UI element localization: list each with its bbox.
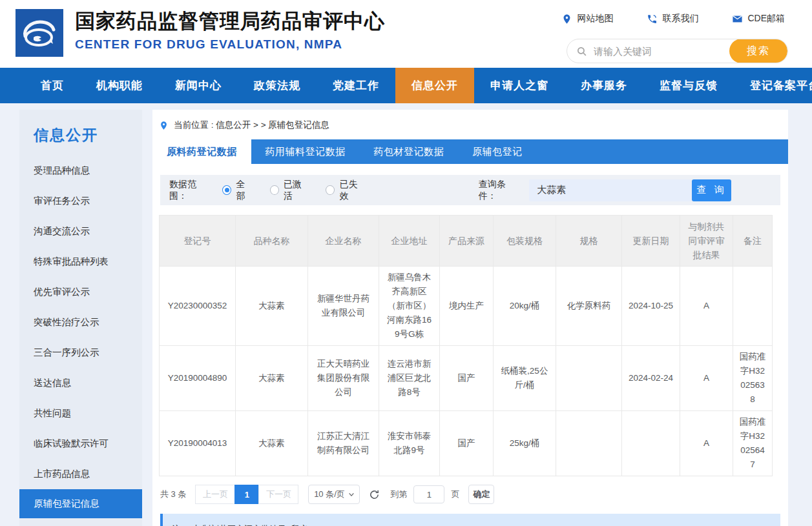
goto-page-label: 到第 <box>390 489 407 500</box>
sidebar-item-marketed-drugs[interactable]: 上市药品信息 <box>19 459 142 489</box>
breadcrumb-text: 当前位置 : 信息公开 > > 原辅包登记信息 <box>174 119 329 131</box>
nav-item-registration-platform[interactable]: 登记备案平台 <box>734 68 812 103</box>
confirm-button[interactable]: 确定 <box>468 485 494 504</box>
cell-product-origin: 国产 <box>440 411 494 476</box>
nav-item-party-building[interactable]: 党建工作 <box>317 68 395 103</box>
nav-item-info-disclosure[interactable]: 信息公开 <box>395 68 474 103</box>
cell-remark: 国药准字H32025647 <box>733 411 773 476</box>
col-registration-no: 登记号 <box>160 216 236 267</box>
table-header-row: 登记号 品种名称 企业名称 企业地址 产品来源 包装规格 规格 更新日期 与制剂… <box>160 216 773 267</box>
note-intro: 注： “与制剂共同审评审批结果” 释义： <box>172 522 769 526</box>
radio-expired-label: 已失效 <box>339 179 364 202</box>
cell-spec: 化学原料药 <box>556 267 622 346</box>
query-condition-label: 查询条件： <box>479 179 521 202</box>
radio-activated-dot <box>270 185 279 195</box>
cell-spec <box>556 346 622 411</box>
tab-excipient-registration-data[interactable]: 药用辅料登记数据 <box>251 139 360 164</box>
cell-package-spec: 纸桶装,25公斤/桶 <box>494 346 556 411</box>
sitemap-label: 网站地图 <box>577 13 613 25</box>
table-row[interactable]: Y20230000352 大蒜素 新疆华世丹药业有限公司 新疆乌鲁木齐高新区（新… <box>160 267 773 346</box>
cde-mail-label: CDE邮箱 <box>747 13 785 25</box>
tab-api-registration-data[interactable]: 原料药登记数据 <box>152 139 251 164</box>
contact-link[interactable]: 联系我们 <box>647 13 698 25</box>
page-1-button[interactable]: 1 <box>234 485 259 504</box>
search-icon <box>576 46 587 57</box>
pagination: 共 3 条 上一页 1 下一页 10 条/页 到第 页 确定 <box>160 485 772 504</box>
location-pin-icon <box>159 121 169 130</box>
query-button[interactable]: 查 询 <box>692 179 731 201</box>
cell-company-name: 正大天晴药业集团股份有限公司 <box>308 346 379 411</box>
col-variety-name: 品种名称 <box>236 216 308 267</box>
sitemap-link[interactable]: 网站地图 <box>561 13 613 25</box>
sidebar-item-clinical-trial-license[interactable]: 临床试验默示许可 <box>19 429 142 459</box>
radio-all[interactable]: 全部 <box>222 179 253 202</box>
page-unit-label: 页 <box>451 489 459 500</box>
cde-logo <box>16 9 63 57</box>
cell-package-spec: 25kg/桶 <box>494 411 556 476</box>
cell-joint-review-result: A <box>680 267 733 346</box>
query-condition-input[interactable] <box>529 179 692 201</box>
mail-icon <box>732 14 743 25</box>
search-button[interactable]: 搜索 <box>729 39 787 63</box>
main-content: 当前位置 : 信息公开 > > 原辅包登记信息 原料药登记数据 药用辅料登记数据… <box>152 110 788 526</box>
cell-joint-review-result: A <box>680 346 733 411</box>
cell-update-date: 2024-10-25 <box>622 267 680 346</box>
tab-raw-excipient-registration[interactable]: 原辅包登记 <box>458 139 537 164</box>
cell-remark <box>733 267 773 346</box>
sidebar-item-breakthrough-therapy[interactable]: 突破性治疗公示 <box>19 307 142 338</box>
header-quick-links: 网站地图 联系我们 CDE邮箱 <box>561 13 785 25</box>
radio-expired[interactable]: 已失效 <box>326 179 365 202</box>
phone-icon <box>647 14 658 25</box>
refresh-button[interactable] <box>369 489 380 500</box>
cell-company-address: 连云港市新浦区巨龙北路8号 <box>379 346 440 411</box>
keyword-search-input[interactable] <box>587 46 729 57</box>
col-product-origin: 产品来源 <box>440 216 494 267</box>
cell-product-origin: 国产 <box>440 346 494 411</box>
main-nav: 首页 机构职能 新闻中心 政策法规 党建工作 信息公开 申请人之窗 办事服务 监… <box>0 68 812 103</box>
sidebar-item-special-approval-list[interactable]: 特殊审批品种列表 <box>19 247 142 277</box>
breadcrumb: 当前位置 : 信息公开 > > 原辅包登记信息 <box>152 110 788 139</box>
cell-variety-name: 大蒜素 <box>236 267 308 346</box>
sidebar-item-communication[interactable]: 沟通交流公示 <box>19 216 142 247</box>
nav-item-supervision-feedback[interactable]: 监督与反馈 <box>643 68 734 103</box>
col-company-name: 企业名称 <box>308 216 379 267</box>
sidebar-item-delivery-info[interactable]: 送达信息 <box>19 368 142 398</box>
map-pin-icon <box>561 14 572 25</box>
nav-item-policies[interactable]: 政策法规 <box>238 68 317 103</box>
radio-all-label: 全部 <box>236 179 253 202</box>
page-size-select[interactable]: 10 条/页 <box>308 485 360 504</box>
sidebar-item-review-tasks[interactable]: 审评任务公示 <box>19 186 142 216</box>
nav-item-news-center[interactable]: 新闻中心 <box>159 68 238 103</box>
nav-item-home[interactable]: 首页 <box>25 68 80 103</box>
sidebar-item-priority-review[interactable]: 优先审评公示 <box>19 277 142 307</box>
sidebar: 信息公开 受理品种信息 审评任务公示 沟通交流公示 特殊审批品种列表 优先审评公… <box>19 110 142 526</box>
table-row[interactable]: Y20190004013 大蒜素 江苏正大清江制药有限公司 淮安市韩泰北路9号 … <box>160 411 773 476</box>
nav-item-applicant-window[interactable]: 申请人之窗 <box>474 68 565 103</box>
cde-mail-link[interactable]: CDE邮箱 <box>732 13 785 25</box>
nav-item-services[interactable]: 办事服务 <box>565 68 643 103</box>
scope-label: 数据范围： <box>169 179 212 202</box>
radio-expired-dot <box>326 185 335 195</box>
col-update-date: 更新日期 <box>622 216 680 267</box>
cell-package-spec: 20kg/桶 <box>494 267 556 346</box>
prev-page-button[interactable]: 上一页 <box>195 485 235 504</box>
table-row[interactable]: Y20190004890 大蒜素 正大天晴药业集团股份有限公司 连云港市新浦区巨… <box>160 346 773 411</box>
sidebar-item-raw-excipient-packaging[interactable]: 原辅包登记信息 <box>19 489 142 518</box>
radio-activated[interactable]: 已激活 <box>270 179 309 202</box>
cell-registration-no: Y20230000352 <box>160 267 236 346</box>
cell-joint-review-result: A <box>680 411 733 476</box>
sidebar-item-common-issues[interactable]: 共性问题 <box>19 398 142 429</box>
goto-page-input[interactable] <box>413 485 444 503</box>
tab-packaging-registration-data[interactable]: 药包材登记数据 <box>360 139 459 164</box>
header: 国家药品监督管理局药品审评中心 CENTER FOR DRUG EVALUATI… <box>0 0 812 68</box>
sidebar-item-accepted-varieties[interactable]: 受理品种信息 <box>19 156 142 186</box>
col-company-address: 企业地址 <box>379 216 440 267</box>
filterbar: 数据范围： 全部 已激活 已失效 查询条件： 查 询 <box>160 175 780 205</box>
nav-item-org-functions[interactable]: 机构职能 <box>80 68 159 103</box>
site-title-block: 国家药品监督管理局药品审评中心 CENTER FOR DRUG EVALUATI… <box>75 8 385 52</box>
next-page-button[interactable]: 下一页 <box>258 485 298 504</box>
sidebar-item-three-in-one[interactable]: 三合一序列公示 <box>19 338 142 368</box>
cell-registration-no: Y20190004890 <box>160 346 236 411</box>
cell-company-name: 新疆华世丹药业有限公司 <box>308 267 379 346</box>
cell-company-address: 淮安市韩泰北路9号 <box>379 411 440 476</box>
